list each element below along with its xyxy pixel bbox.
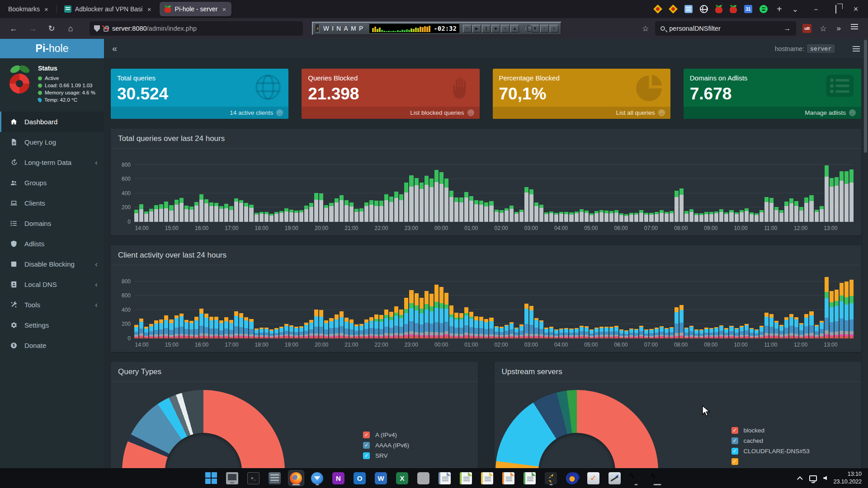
home-button[interactable]: ⌂ — [63, 22, 78, 35]
taskbar-chart-doc-icon[interactable] — [522, 470, 538, 486]
sidebar-item-local-dns[interactable]: Local DNS‹ — [0, 274, 104, 295]
tab-close-icon[interactable]: × — [221, 5, 227, 13]
card-footer-link[interactable]: 14 active clients→ — [111, 107, 288, 119]
winamp-volume-slider[interactable] — [524, 27, 525, 30]
volume-tray-icon[interactable] — [823, 476, 827, 480]
taskbar-word-icon[interactable]: W — [373, 470, 389, 486]
taskbar-gimp-icon[interactable] — [416, 470, 431, 486]
queries-bar-chart[interactable]: 0200400600800 — [134, 154, 853, 222]
card-footer-link[interactable]: List blocked queries→ — [302, 107, 479, 119]
sidebar-item-tools[interactable]: Tools‹ — [0, 295, 104, 315]
taskbar-excel-icon[interactable]: X — [395, 470, 410, 486]
insecure-lock-icon[interactable] — [104, 28, 108, 32]
pinned-tab-globe-icon[interactable] — [700, 5, 708, 13]
tab-close-icon[interactable]: × — [146, 5, 152, 13]
tracking-protection-shield-icon[interactable] — [94, 25, 100, 32]
reload-button[interactable]: ↻ — [44, 22, 59, 35]
scrollbar-thumb[interactable] — [864, 40, 867, 153]
bookmark-star-icon[interactable]: ☆ — [642, 24, 649, 33]
search-input-value[interactable]: personalDNSfilter — [669, 25, 721, 32]
sidebar-item-disable-blocking[interactable]: Disable Blocking‹ — [0, 254, 104, 274]
taskbar-terminal-icon[interactable]: >_ — [246, 470, 261, 486]
minimize-button[interactable]: − — [812, 5, 820, 13]
taskbar-clock[interactable]: 13:10 23.10.2022 — [833, 470, 862, 486]
forward-button[interactable]: → — [25, 22, 40, 35]
pinned-tab-fritz-icon[interactable] — [669, 5, 678, 14]
legend-checkbox-icon[interactable]: ✓ — [363, 432, 370, 438]
taskbar-oo-draw-icon[interactable] — [480, 470, 495, 486]
tab-close-icon[interactable]: × — [43, 5, 49, 13]
pinned-tab-pihole-icon[interactable] — [730, 5, 737, 13]
winamp-pause-button[interactable]: ∥ — [482, 25, 491, 33]
search-bar[interactable]: personalDNSfilter → — [655, 21, 796, 36]
sidebar-item-long-term-data[interactable]: Long-term Data‹ — [0, 152, 104, 173]
legend-item[interactable]: ✓ — [731, 456, 810, 467]
legend-checkbox-icon[interactable]: ✓ — [363, 442, 370, 449]
tab-pihole[interactable]: Pi-hole - server × — [160, 2, 232, 16]
list-tabs-button[interactable]: ⌄ — [790, 5, 800, 14]
winamp-play-button[interactable]: ▶ — [472, 25, 481, 33]
sidebar-collapse-button[interactable]: « — [112, 43, 117, 54]
restore-button[interactable] — [835, 5, 836, 14]
legend-checkbox-icon[interactable]: ✓ — [731, 448, 738, 455]
legend-item[interactable]: ✓A (IPv4) — [363, 430, 409, 440]
tab-bookmarks[interactable]: Bookmarks × — [4, 2, 54, 16]
taskbar-audio-player-icon[interactable] — [565, 470, 580, 486]
taskbar-network-places-icon[interactable] — [225, 470, 240, 486]
taskbar-start-icon[interactable] — [203, 470, 219, 486]
sidebar-item-dashboard[interactable]: Dashboard — [0, 112, 104, 132]
taskbar-firefox-icon[interactable] — [288, 470, 304, 486]
legend-checkbox-icon[interactable]: ✓ — [731, 437, 738, 444]
card-footer-link[interactable]: List all queries→ — [493, 107, 670, 119]
winamp-minimize-button[interactable]: − — [540, 25, 549, 33]
taskbar-orange-hex-icon[interactable]: ϟ — [628, 470, 644, 486]
legend-checkbox-icon[interactable]: ✓ — [731, 427, 738, 434]
legend-item[interactable]: ✓blocked — [731, 425, 810, 436]
legend-item[interactable]: ✓AAAA (IPv6) — [363, 440, 409, 450]
new-tab-button[interactable]: + — [775, 4, 784, 14]
pinned-tab-pihole-icon[interactable] — [715, 5, 722, 13]
overflow-menu-icon[interactable]: » — [835, 24, 843, 33]
pinned-tab-fritz-icon[interactable] — [653, 5, 662, 14]
taskbar-calculator-icon[interactable] — [267, 470, 283, 486]
taskbar-outlook-icon[interactable]: O — [352, 470, 368, 486]
pinned-tab-calendar-icon[interactable]: 31 — [744, 5, 752, 13]
sidebar-item-clients[interactable]: Clients — [0, 193, 104, 213]
legend-item[interactable]: ✓cached — [731, 436, 810, 446]
winamp-widget[interactable]: ⚡ WINAMP -02:32 «▶∥■»▲ ▼−× — [312, 22, 561, 35]
page-scrollbar[interactable] — [863, 39, 868, 468]
winamp-eject-button[interactable]: ▲ — [510, 25, 519, 33]
sidebar-item-settings[interactable]: Settings — [0, 315, 104, 335]
query-types-donut-chart[interactable] — [122, 390, 285, 468]
taskbar-winamp-icon[interactable] — [543, 470, 559, 486]
card-footer-link[interactable]: Manage adlists→ — [684, 107, 861, 119]
winamp-previous-button[interactable]: « — [463, 25, 472, 33]
taskbar-onenote-icon[interactable]: N — [331, 470, 346, 486]
pinned-tab-notes-icon[interactable] — [684, 5, 693, 13]
clients-bar-chart[interactable]: 0200400600800 — [134, 271, 853, 338]
winamp-close-button[interactable]: × — [550, 25, 558, 33]
legend-checkbox-icon[interactable]: ✓ — [363, 452, 370, 459]
winamp-stop-button[interactable]: ■ — [491, 25, 500, 33]
upstream-donut-chart[interactable] — [495, 390, 658, 468]
sidebar-item-donate[interactable]: $Donate — [0, 335, 104, 356]
network-tray-icon[interactable] — [809, 475, 817, 481]
sidebar-item-groups[interactable]: Groups — [0, 173, 104, 193]
taskbar-oo-writer-icon[interactable] — [437, 470, 453, 486]
winamp-next-button[interactable]: » — [501, 25, 509, 33]
taskbar-thunderbird-icon[interactable] — [310, 470, 325, 486]
legend-checkbox-icon[interactable]: ✓ — [731, 458, 738, 465]
search-go-icon[interactable]: → — [783, 24, 791, 33]
legend-item[interactable]: ✓CLOUDFLARE-DNS#53 — [731, 446, 810, 456]
taskbar-check-app-icon[interactable]: ✓ — [586, 470, 601, 486]
ublock-extension-icon[interactable]: uB — [802, 24, 811, 33]
taskbar-oo-calc-icon[interactable] — [458, 470, 474, 486]
sidebar-item-adlists[interactable]: Adlists — [0, 234, 104, 254]
taskbar-inkscape-icon[interactable] — [607, 470, 623, 486]
taskbar-oo-impress-icon[interactable] — [501, 470, 516, 486]
sidebar-item-domains[interactable]: Domains — [0, 213, 104, 234]
sidebar-item-query-log[interactable]: Query Log — [0, 132, 104, 152]
url-bar[interactable]: server:8080/admin/index.php — [90, 21, 303, 36]
taskbar-orange-hex-2-icon[interactable]: ϟ — [650, 470, 665, 486]
close-window-button[interactable]: × — [852, 5, 860, 14]
